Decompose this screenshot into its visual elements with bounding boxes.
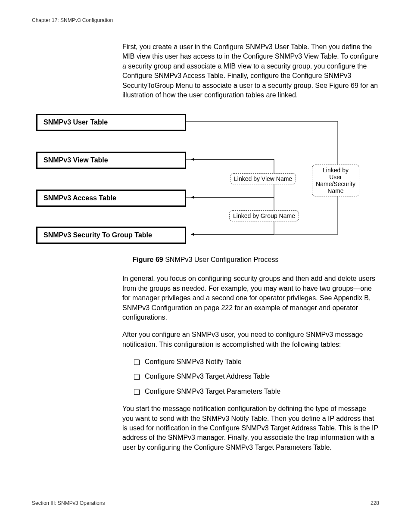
paragraph-intro: First, you create a user in the Configur…: [122, 42, 379, 100]
box-user-table: SNMPv3 User Table: [36, 114, 186, 131]
paragraph-3: After you configure an SNMPv3 user, you …: [122, 330, 379, 349]
box-s2g-table: SNMPv3 Security To Group Table: [36, 227, 186, 244]
figure-caption: Figure 69 SNMPv3 User Configuration Proc…: [32, 256, 379, 264]
link-user-sec: Linked by User Name/Security Name: [312, 165, 359, 196]
box-view-table: SNMPv3 View Table: [36, 152, 186, 169]
page-footer: Section III: SNMPv3 Operations 228: [32, 500, 379, 506]
list-item: ❏Configure SNMPv3 Target Address Table: [136, 372, 379, 381]
paragraph-4: You start the message notification confi…: [122, 404, 379, 452]
link-group-name: Linked by Group Name: [229, 210, 299, 221]
footer-page: 228: [371, 500, 379, 506]
footer-section: Section III: SNMPv3 Operations: [32, 500, 105, 506]
list-item: ❏Configure SNMPv3 Target Parameters Tabl…: [136, 387, 379, 396]
box-access-table: SNMPv3 Access Table: [36, 190, 186, 207]
list-item-label: Configure SNMPv3 Target Address Table: [145, 373, 270, 380]
figure-label: Figure 69: [133, 256, 163, 263]
chapter-header: Chapter 17: SNMPv3 Configuration: [32, 17, 379, 23]
bullet-icon: ❏: [134, 387, 140, 398]
figure-69-diagram: SNMPv3 User Table SNMPv3 View Table SNMP…: [36, 113, 364, 242]
bullet-icon: ❏: [134, 372, 140, 383]
paragraph-2: In general, you focus on configuring sec…: [122, 274, 379, 322]
list-item-label: Configure SNMPv3 Notify Table: [145, 358, 242, 365]
list-item: ❏Configure SNMPv3 Notify Table: [136, 357, 379, 367]
link-view-name: Linked by View Name: [230, 173, 296, 184]
figure-text: SNMPv3 User Configuration Process: [165, 256, 278, 263]
bullet-icon: ❏: [134, 358, 140, 368]
notify-tables-list: ❏Configure SNMPv3 Notify Table ❏Configur…: [122, 357, 379, 396]
list-item-label: Configure SNMPv3 Target Parameters Table: [145, 388, 280, 395]
